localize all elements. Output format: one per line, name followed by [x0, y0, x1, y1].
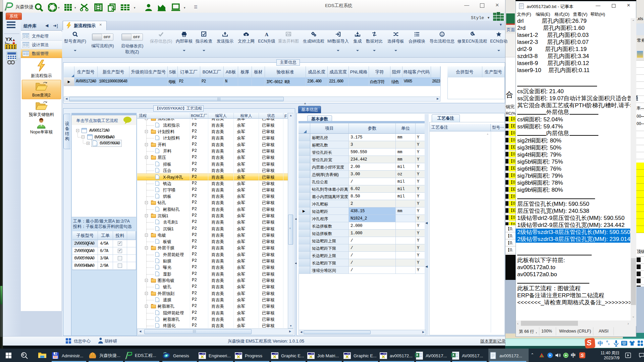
svg-text:A: A [265, 32, 269, 37]
